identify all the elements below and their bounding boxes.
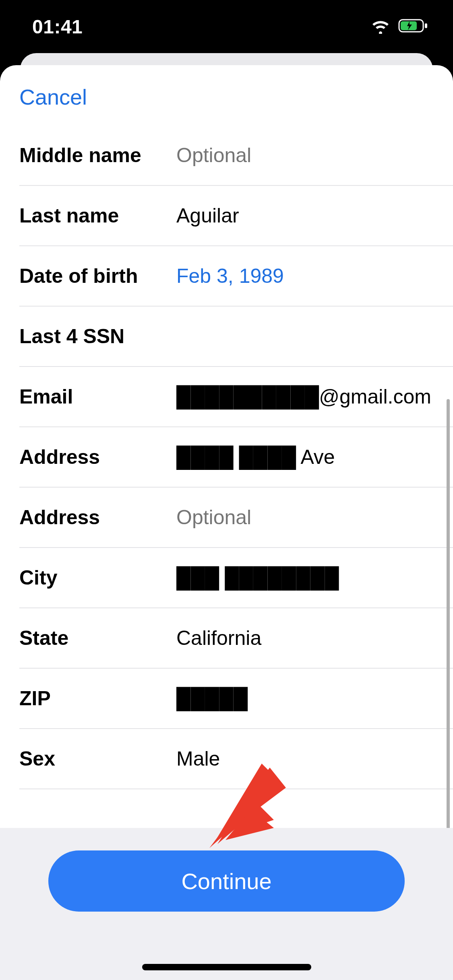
svg-rect-2	[425, 23, 427, 28]
battery-charging-icon	[398, 18, 429, 35]
modal-header: Cancel	[0, 65, 453, 126]
sex-select[interactable]: Male	[176, 747, 439, 770]
home-indicator[interactable]	[142, 964, 311, 970]
label-address2: Address	[19, 506, 176, 529]
scrollbar[interactable]	[447, 399, 450, 828]
status-icons	[370, 18, 429, 35]
cancel-button[interactable]: Cancel	[19, 84, 87, 109]
state-select[interactable]: California	[176, 626, 439, 650]
row-state: State California	[19, 608, 453, 669]
label-zip: ZIP	[19, 687, 176, 710]
form-scroll-area[interactable]: Middle name Last name Aguilar Date of bi…	[0, 126, 453, 828]
row-last-name: Last name Aguilar	[19, 186, 453, 246]
row-sex: Sex Male	[19, 729, 453, 789]
status-bar: 01:41	[0, 0, 453, 53]
label-dob: Date of birth	[19, 264, 176, 288]
continue-button[interactable]: Continue	[48, 850, 405, 912]
zip-input[interactable]: █████	[176, 687, 439, 710]
dob-picker[interactable]: Feb 3, 1989	[176, 264, 439, 288]
row-city: City ███ ████████	[19, 548, 453, 608]
middle-name-input[interactable]	[176, 144, 439, 167]
address2-input[interactable]	[176, 506, 439, 529]
row-address2: Address	[19, 488, 453, 548]
row-ssn4: Last 4 SSN	[19, 307, 453, 367]
row-dob: Date of birth Feb 3, 1989	[19, 246, 453, 307]
label-last-name: Last name	[19, 204, 176, 227]
label-middle-name: Middle name	[19, 144, 176, 167]
last-name-input[interactable]: Aguilar	[176, 204, 439, 227]
label-address1: Address	[19, 445, 176, 469]
wifi-icon	[370, 18, 391, 35]
label-email: Email	[19, 385, 176, 408]
row-zip: ZIP █████	[19, 669, 453, 729]
label-sex: Sex	[19, 747, 176, 770]
form-modal: Cancel Middle name Last name Aguilar Dat…	[0, 65, 453, 980]
city-input[interactable]: ███ ████████	[176, 566, 439, 589]
modal-footer: Continue	[0, 828, 453, 980]
label-state: State	[19, 626, 176, 650]
email-input[interactable]: ██████████@gmail.com	[176, 385, 439, 408]
row-address1: Address ████ ████ Ave	[19, 427, 453, 488]
row-email: Email ██████████@gmail.com	[19, 367, 453, 427]
row-middle-name: Middle name	[19, 126, 453, 186]
status-time: 01:41	[32, 16, 83, 38]
address1-input[interactable]: ████ ████ Ave	[176, 445, 439, 469]
label-city: City	[19, 566, 176, 589]
label-ssn4: Last 4 SSN	[19, 325, 176, 348]
